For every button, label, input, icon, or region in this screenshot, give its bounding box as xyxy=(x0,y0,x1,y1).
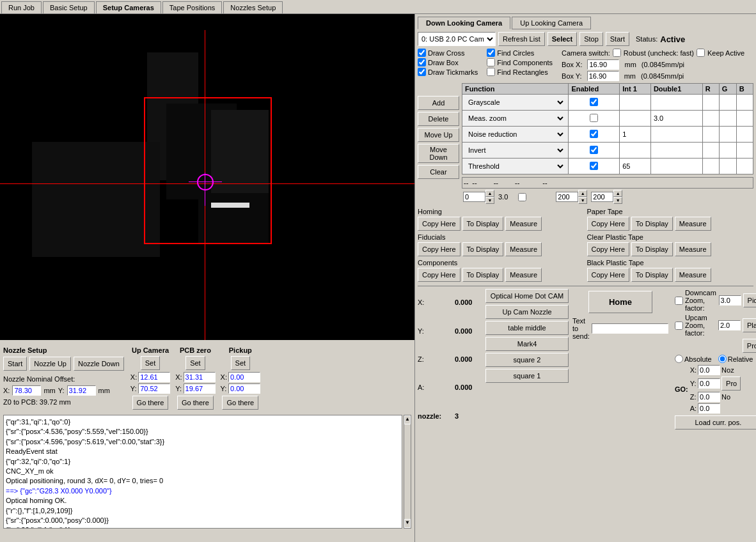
draw-cross-checkbox[interactable] xyxy=(418,49,426,57)
tab-run-job[interactable]: Run Job xyxy=(1,1,42,13)
relative-radio[interactable] xyxy=(718,355,727,363)
move-down-button[interactable]: Move Down xyxy=(418,144,459,163)
draw-box-checkbox[interactable] xyxy=(418,58,426,66)
components-measure[interactable]: Measure xyxy=(505,268,542,282)
black-plastic-copy-here[interactable]: Copy Here xyxy=(587,268,630,282)
pcb-zero-y-input[interactable] xyxy=(184,383,216,394)
spin-down-1[interactable]: ▼ xyxy=(485,197,494,204)
downcam-zoom-checkbox[interactable] xyxy=(675,297,683,305)
pcb-zero-x-input[interactable] xyxy=(184,372,216,382)
delete-button[interactable]: Delete xyxy=(418,112,459,126)
camera-select[interactable]: 0: USB 2.0 PC Cam xyxy=(418,32,496,46)
upcam-zoom-checkbox[interactable] xyxy=(675,321,683,330)
homing-measure[interactable]: Measure xyxy=(505,217,542,231)
clear-button[interactable]: Clear xyxy=(418,165,459,179)
enabled-check-4[interactable] xyxy=(590,146,598,154)
components-to-display[interactable]: To Display xyxy=(462,268,504,282)
start-button[interactable]: Start xyxy=(606,32,629,46)
refresh-list-button[interactable]: Refresh List xyxy=(498,32,545,46)
downcam-zoom-input[interactable] xyxy=(719,295,741,306)
nozzle-down-button[interactable]: Nozzle Down xyxy=(74,357,124,371)
func-select-3[interactable]: Noise reduction xyxy=(465,127,565,141)
spin-up-4[interactable]: ▲ xyxy=(578,190,587,197)
components-copy-here[interactable]: Copy Here xyxy=(418,268,461,282)
up-cam-y-input[interactable] xyxy=(138,383,170,394)
box-x-input[interactable] xyxy=(587,59,619,70)
tab-tape-positions[interactable]: Tape Positions xyxy=(162,1,223,13)
paper-tape-to-display[interactable]: To Display xyxy=(631,217,673,231)
black-plastic-measure[interactable]: Measure xyxy=(675,268,711,282)
go-y-input[interactable] xyxy=(698,378,720,389)
tab-nozzles-setup[interactable]: Nozzles Setup xyxy=(223,1,283,13)
find-circles-checkbox[interactable] xyxy=(487,49,495,57)
text-to-send-input[interactable] xyxy=(592,323,668,334)
upcam-zoom-input[interactable] xyxy=(718,320,741,330)
find-rectangles-checkbox[interactable] xyxy=(487,68,495,76)
spin-up-1[interactable]: ▲ xyxy=(485,190,494,197)
downcam-pic-button[interactable]: Pic xyxy=(743,293,756,307)
log-scrollbar[interactable]: ▲ ▼ xyxy=(404,415,411,529)
paper-tape-copy-here[interactable]: Copy Here xyxy=(587,217,630,231)
find-components-checkbox[interactable] xyxy=(487,58,495,66)
robust-checkbox[interactable] xyxy=(613,49,621,57)
mark4-button[interactable]: Mark4 xyxy=(485,337,569,351)
clear-plastic-measure[interactable]: Measure xyxy=(675,242,711,256)
tab-down-looking-camera[interactable]: Down Looking Camera xyxy=(418,17,510,29)
spin-up-5[interactable]: ▲ xyxy=(613,190,622,197)
clear-plastic-copy-here[interactable]: Copy Here xyxy=(587,242,630,256)
go-pro-button[interactable]: Pro xyxy=(721,376,741,391)
func-select-1[interactable]: Grayscale xyxy=(465,95,565,109)
stop-button[interactable]: Stop xyxy=(579,32,603,46)
pcb-zero-go-button[interactable]: Go there xyxy=(177,396,214,410)
go-a-input[interactable] xyxy=(698,403,720,414)
select-button[interactable]: Select xyxy=(547,32,577,46)
fiducials-measure[interactable]: Measure xyxy=(505,242,542,256)
optical-home-dot-cam-button[interactable]: Optical Home Dot CAM xyxy=(485,289,569,303)
square-2-button[interactable]: square 2 xyxy=(485,353,569,367)
nozzle-x-input[interactable] xyxy=(12,385,41,396)
spin-input-1[interactable] xyxy=(463,192,485,202)
fiducials-to-display[interactable]: To Display xyxy=(462,242,504,256)
homing-to-display[interactable]: To Display xyxy=(462,217,504,231)
func-select-4[interactable]: Invert xyxy=(465,143,565,157)
clear-plastic-to-display[interactable]: To Display xyxy=(631,242,673,256)
upcam-pla-button[interactable]: Pla xyxy=(743,318,756,332)
spin-down-4[interactable]: ▼ xyxy=(578,197,587,204)
box-y-input[interactable] xyxy=(587,71,619,81)
tab-setup-cameras[interactable]: Setup Cameras xyxy=(96,1,161,13)
pickup-x-input[interactable] xyxy=(228,372,260,382)
square-1-button[interactable]: square 1 xyxy=(485,369,569,383)
pickup-go-button[interactable]: Go there xyxy=(222,396,258,410)
enabled-check-2[interactable] xyxy=(590,114,598,122)
black-plastic-to-display[interactable]: To Display xyxy=(631,268,673,282)
tab-basic-setup[interactable]: Basic Setup xyxy=(43,1,95,13)
go-x-input[interactable] xyxy=(698,365,720,375)
func-select-2[interactable]: Meas. zoom xyxy=(465,111,565,125)
pickup-set-button[interactable]: Set xyxy=(231,356,251,370)
up-cam-go-button[interactable]: Go there xyxy=(132,396,169,410)
enabled-check-5[interactable] xyxy=(590,162,598,170)
absolute-radio[interactable] xyxy=(675,355,683,363)
fiducials-copy-here[interactable]: Copy Here xyxy=(418,242,461,256)
table-middle-button[interactable]: table middle xyxy=(485,321,569,335)
tab-up-looking-camera[interactable]: Up Looking Camera xyxy=(512,17,591,29)
spin-input-4[interactable] xyxy=(556,192,578,202)
spin-down-5[interactable]: ▼ xyxy=(613,197,622,204)
add-button[interactable]: Add xyxy=(418,96,459,110)
homing-copy-here[interactable]: Copy Here xyxy=(418,217,461,231)
pickup-y-input[interactable] xyxy=(228,383,260,394)
keep-active-checkbox[interactable] xyxy=(697,49,705,57)
spin-input-5[interactable] xyxy=(591,192,613,202)
enabled-check-3[interactable] xyxy=(590,130,598,138)
nozzle-start-button[interactable]: Start xyxy=(3,357,27,371)
up-camera-set-button[interactable]: Set xyxy=(141,356,161,370)
move-up-button[interactable]: Move Up xyxy=(418,128,459,142)
pcb-zero-set-button[interactable]: Set xyxy=(185,356,205,370)
enabled-check-1[interactable] xyxy=(590,98,598,106)
up-cam-nozzle-button[interactable]: Up Cam Nozzle xyxy=(485,305,569,319)
up-cam-x-input[interactable] xyxy=(138,372,170,382)
nozzle-y-input[interactable] xyxy=(67,385,96,396)
home-button[interactable]: Home xyxy=(588,291,652,313)
draw-tickmarks-checkbox[interactable] xyxy=(418,68,426,76)
nozzle-up-button[interactable]: Nozzle Up xyxy=(29,357,71,371)
